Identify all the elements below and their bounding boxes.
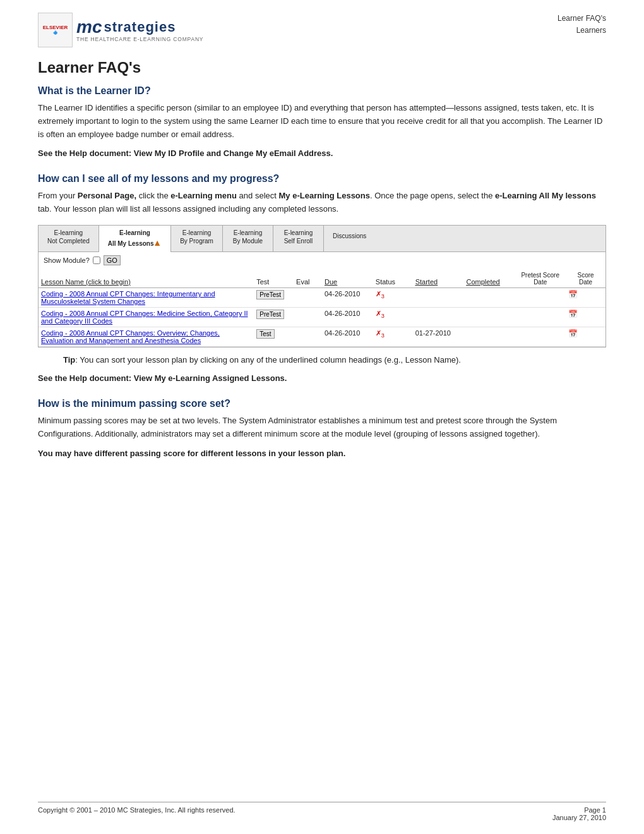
th-completed[interactable]: Completed [463,270,515,288]
page-header: ELSEVIER 🔷 mc strategies THE HEALTHCARE … [38,13,606,47]
mc-letters: mc [76,18,102,36]
th-status: Status [373,270,413,288]
tab-by-program[interactable]: E-learningBy Program [171,226,223,251]
all-my-lessons-bold: e-Learning All My lessons [495,191,596,200]
due-cell-1: 04-26-2010 [322,287,373,307]
lesson-name-cell-1: Coding - 2008 Annual CPT Changes: Integu… [39,287,254,307]
due-cell-2: 04-26-2010 [322,307,373,327]
lesson-table: Lesson Name (click to begin) Test Eval D… [39,270,605,347]
elsevier-logo: ELSEVIER 🔷 [38,13,73,47]
section-heading-learner-id: What is the Learner ID? [38,85,606,97]
eval-cell-1 [294,287,322,307]
learner-id-body: The Learner ID identifies a specific per… [38,102,606,141]
table-row: Coding - 2008 Annual CPT Changes: Overvi… [39,327,605,346]
show-module-row: Show Module? GO [39,252,605,269]
calendar-icon-2[interactable]: 📅 [568,310,578,318]
completed-cell-2 [463,307,515,327]
lesson-name-cell-3: Coding - 2008 Annual CPT Changes: Overvi… [39,327,254,346]
tab-self-enroll[interactable]: E-learningSelf Enroll [273,226,324,251]
completed-cell-3 [463,327,515,346]
pretest-score-date-cell-3 [515,327,566,346]
lessons-body: From your Personal Page, click the e-Lea… [38,190,606,216]
section-heading-lessons: How can I see all of my lessons and my p… [38,173,606,184]
status-icon-2: ✗3 [376,310,385,317]
tab-discussions[interactable]: Discussions [324,226,375,251]
page-title: Learner FAQ's [38,59,606,76]
footer-page: Page 1 [552,806,606,814]
go-button[interactable]: GO [104,255,121,265]
breadcrumb-line1: Learner FAQ's [558,13,606,25]
th-score-date: ScoreDate [566,270,605,288]
footer-date: January 27, 2010 [552,814,606,821]
tab-not-completed[interactable]: E-learningNot Completed [39,226,99,251]
min-passing-body: Minimum passing scores may be set at two… [38,414,606,441]
footer-right: Page 1 January 27, 2010 [552,806,606,821]
my-elearning-bold: My e-Learning Lessons [279,191,370,200]
completed-cell-1 [463,287,515,307]
started-cell-1 [413,287,464,307]
status-icon-1: ✗3 [376,290,385,298]
score-date-cell-3: 📅 [566,327,605,346]
eval-cell-2 [294,307,322,327]
tagline: THE HEALTHCARE E-LEARNING COMPANY [76,37,203,42]
tab-by-module[interactable]: E-learningBy Module [223,226,273,251]
pretest-score-date-cell-2 [515,307,566,327]
section-lessons-progress: How can I see all of my lessons and my p… [38,173,606,385]
min-passing-bold-note: You may have different passing score for… [38,447,606,461]
show-module-checkbox[interactable] [93,257,100,264]
logo-area: ELSEVIER 🔷 mc strategies THE HEALTHCARE … [38,13,203,47]
th-pretest-score-date: Pretest ScoreDate [515,270,566,288]
status-cell-2: ✗3 [373,307,413,327]
strategies-text: strategies [104,20,176,34]
lesson-link-1[interactable]: Coding - 2008 Annual CPT Changes: Integu… [41,290,215,305]
th-lesson-name[interactable]: Lesson Name (click to begin) [39,270,254,288]
th-eval: Eval [294,270,322,288]
mc-strategies-logo: mc strategies THE HEALTHCARE E-LEARNING … [76,18,203,42]
tab-bar: E-learningNot Completed E-learningAll My… [39,226,605,252]
lesson-link-3[interactable]: Coding - 2008 Annual CPT Changes: Overvi… [41,329,220,344]
show-module-label: Show Module? [44,257,90,264]
tip-label: Tip [63,355,75,365]
page-wrapper: ELSEVIER 🔷 mc strategies THE HEALTHCARE … [0,0,644,834]
due-cell-3: 04-26-2010 [322,327,373,346]
section-heading-min-passing: How is the minimum passing score set? [38,398,606,409]
pretest-btn-2[interactable]: PreTest [256,310,284,319]
score-date-cell-2: 📅 [566,307,605,327]
th-due[interactable]: Due [322,270,373,288]
test-cell-3: Test [254,327,294,346]
eval-cell-3 [294,327,322,346]
breadcrumb-line2: Learners [558,25,606,37]
table-row: Coding - 2008 Annual CPT Changes: Integu… [39,287,605,307]
lessons-help-link: See the Help document: View My e-Learnin… [38,372,606,385]
status-cell-1: ✗3 [373,287,413,307]
pretest-btn-1[interactable]: PreTest [256,290,284,299]
personal-page-bold: Personal Page, [78,191,136,200]
score-date-cell-1: 📅 [566,287,605,307]
footer-copyright: Copyright © 2001 – 2010 MC Strategies, I… [38,806,236,821]
tip-body: : You can sort your lesson plan by click… [75,355,461,365]
th-test: Test [254,270,294,288]
table-row: Coding - 2008 Annual CPT Changes: Medici… [39,307,605,327]
calendar-icon-3[interactable]: 📅 [568,329,578,338]
page-footer: Copyright © 2001 – 2010 MC Strategies, I… [38,802,606,821]
elearning-menu-bold: e-Learning menu [170,191,237,200]
th-started[interactable]: Started [413,270,464,288]
test-btn-3[interactable]: Test [256,329,274,339]
section-min-passing: How is the minimum passing score set? Mi… [38,398,606,460]
started-cell-2 [413,307,464,327]
lesson-link-2[interactable]: Coding - 2008 Annual CPT Changes: Medici… [41,310,248,325]
status-cell-3: ✗3 [373,327,413,346]
test-cell-1: PreTest [254,287,294,307]
learner-id-help-link: See the Help document: View My ID Profil… [38,147,606,160]
tab-all-my-lessons[interactable]: E-learningAll My Lessons ▲ [99,226,171,251]
calendar-icon-1[interactable]: 📅 [568,290,578,299]
test-cell-2: PreTest [254,307,294,327]
status-icon-3: ✗3 [376,329,385,337]
started-cell-3: 01-27-2010 [413,327,464,346]
pretest-score-date-cell-1 [515,287,566,307]
tip-block: Tip: You can sort your lesson plan by cl… [63,354,581,366]
tab-bar-container: E-learningNot Completed E-learningAll My… [38,225,606,348]
section-learner-id: What is the Learner ID? The Learner ID i… [38,85,606,160]
breadcrumb-area: Learner FAQ's Learners [558,13,606,37]
lesson-name-cell-2: Coding - 2008 Annual CPT Changes: Medici… [39,307,254,327]
